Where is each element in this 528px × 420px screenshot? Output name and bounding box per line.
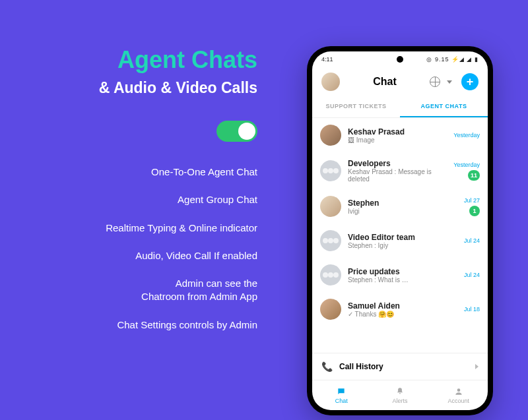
chat-subtext: Ivigi xyxy=(348,208,457,215)
app-header: Chat + xyxy=(312,67,488,96)
chat-list[interactable]: Keshav Prasad 🖼 Image Yesterday Develope… xyxy=(312,118,488,353)
globe-icon[interactable] xyxy=(430,76,440,87)
unread-badge: 1 xyxy=(469,206,480,216)
bottom-nav: Chat Alerts Account xyxy=(312,380,488,410)
chat-name: Price updates xyxy=(348,267,457,276)
avatar xyxy=(320,125,341,146)
hero-panel: Agent Chats & Audio & Video Calls One-To… xyxy=(0,46,284,332)
feature-item: Chat Settings controls by Admin xyxy=(117,318,257,332)
phone-screen: 4:11 ◎ 9.15 ⚡◢ ◢ ▮ Chat + SUPPORT TICKET… xyxy=(312,51,488,410)
chat-row[interactable]: Video Editor team Stephen : Igiy Jul 24 xyxy=(312,224,488,258)
chat-subtext: Stephen : What is … xyxy=(348,276,457,284)
avatar xyxy=(320,196,341,217)
svg-point-0 xyxy=(457,388,460,392)
phone-mockup: 4:11 ◎ 9.15 ⚡◢ ◢ ▮ Chat + SUPPORT TICKET… xyxy=(307,46,493,415)
chat-icon xyxy=(336,387,346,396)
feature-item: Admin can see the Chatroom from Admin Ap… xyxy=(141,277,257,304)
feature-item: Realtime Typing & Online indicator xyxy=(106,222,257,235)
status-time: 4:11 xyxy=(321,56,333,63)
feature-toggle[interactable] xyxy=(216,121,257,142)
chat-time: Yesterday xyxy=(453,132,480,138)
call-history-button[interactable]: 📞 Call History xyxy=(312,353,488,380)
chat-subtext: Stephen : Igiy xyxy=(348,242,457,249)
nav-account[interactable]: Account xyxy=(429,380,488,410)
feature-list: One-To-One Agent Chat Agent Group Chat R… xyxy=(106,165,257,332)
call-history-label: Call History xyxy=(339,362,469,371)
nav-chat[interactable]: Chat xyxy=(312,380,371,410)
add-button[interactable]: + xyxy=(461,73,478,90)
chat-row[interactable]: Developers Keshav Prasad : Message is de… xyxy=(312,152,488,189)
chat-subtext: Keshav Prasad : Message is deleted xyxy=(348,168,447,183)
user-icon xyxy=(453,387,464,396)
tab-agent-chats[interactable]: AGENT CHATS xyxy=(400,96,488,117)
avatar xyxy=(320,299,341,320)
chat-name: Keshav Prasad xyxy=(348,127,447,136)
hero-title: Agent Chats xyxy=(117,46,257,74)
nav-label: Chat xyxy=(335,398,348,404)
unread-badge: 11 xyxy=(468,170,480,181)
status-bar: 4:11 ◎ 9.15 ⚡◢ ◢ ▮ xyxy=(312,51,488,67)
chat-subtext: 🖼 Image xyxy=(348,136,447,144)
bell-icon xyxy=(395,387,405,396)
chat-time: Jul 24 xyxy=(464,272,480,278)
status-icons: ◎ 9.15 ⚡◢ ◢ ▮ xyxy=(426,56,478,63)
group-avatar-icon xyxy=(320,230,341,251)
chat-time: Yesterday xyxy=(453,162,480,168)
chat-row[interactable]: Stephen Ivigi Jul 27 1 xyxy=(312,189,488,224)
feature-item: Audio, Video Call If enabled xyxy=(135,249,257,262)
chevron-right-icon xyxy=(475,364,478,369)
chat-name: Samuel Aiden xyxy=(348,301,457,311)
feature-item: Agent Group Chat xyxy=(178,193,257,206)
user-avatar[interactable] xyxy=(321,73,340,91)
chat-row[interactable]: Keshav Prasad 🖼 Image Yesterday xyxy=(312,118,488,152)
chat-name: Stephen xyxy=(348,198,457,208)
nav-label: Account xyxy=(447,398,469,404)
group-avatar-icon xyxy=(320,160,341,181)
chat-subtext: ✓ Thanks 🤗😊 xyxy=(348,311,457,318)
chat-row[interactable]: Samuel Aiden ✓ Thanks 🤗😊 Jul 18 xyxy=(312,292,488,326)
chat-time: Jul 18 xyxy=(464,306,480,313)
feature-item: One-To-One Agent Chat xyxy=(151,165,257,179)
chat-time: Jul 24 xyxy=(464,237,480,244)
hero-subtitle: & Audio & Video Calls xyxy=(99,79,257,97)
phone-icon: 📞 xyxy=(321,361,333,372)
chat-name: Developers xyxy=(348,159,447,168)
chat-time: Jul 27 xyxy=(464,197,480,204)
page-title: Chat xyxy=(345,76,424,88)
nav-alerts[interactable]: Alerts xyxy=(371,380,430,410)
nav-label: Alerts xyxy=(393,398,408,404)
chat-name: Video Editor team xyxy=(348,233,457,242)
tabs: SUPPORT TICKETS AGENT CHATS xyxy=(312,96,488,118)
tab-support-tickets[interactable]: SUPPORT TICKETS xyxy=(312,96,400,117)
chat-row[interactable]: Price updates Stephen : What is … Jul 24 xyxy=(312,258,488,292)
chevron-down-icon[interactable] xyxy=(447,80,452,84)
group-avatar-icon xyxy=(320,264,341,285)
